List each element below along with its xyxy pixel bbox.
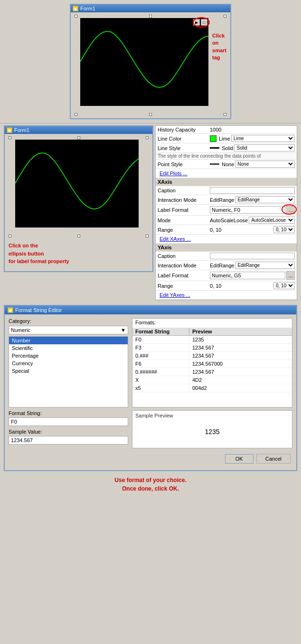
format-row-3[interactable]: F6 1234.567000 [132,360,292,368]
format-string-input[interactable] [11,419,126,425]
linestyle-description: The style of the line connecting the dat… [156,153,297,160]
editor-section: ▣ Format String Editor Category: Numeric… [0,302,301,471]
linestyle-text: Solid [222,145,233,151]
labelformat-text: Numeric, F0 [210,206,285,214]
prop-label-yrange: Range [156,281,208,291]
prop-edit-yaxes: Edit YAxes ... [156,291,297,300]
format-cell-preview-3: 1234.567000 [189,360,292,368]
prop-edit-xaxes: Edit XAxes ... [156,235,297,244]
y-label-6: 6 [73,50,77,55]
format-row-4[interactable]: 0.###### 1234.567 [132,368,292,376]
formats-col-preview: Preview [189,328,292,335]
titlebar-top: ▣ Form1 [71,5,230,12]
prop-label-ylabelformat: Label Format [156,270,208,281]
format-row-5[interactable]: X 4D2 [132,376,292,384]
bottom-text-line1: Use format of your choice. [5,476,296,484]
prop-value-interaction: EditRange EditRange [208,195,297,205]
sample-preview-panel: Sample Preview 1235 [132,410,292,448]
x-label2-0: 0 [15,229,18,234]
category-item-currency[interactable]: Currency [9,360,128,367]
editor-title: Format String Editor [15,307,62,313]
format-row-6[interactable]: x5 004d2 [132,384,292,392]
prop-label-mode: Mode [156,216,208,225]
linecolor-control: Lime Lime [210,135,295,142]
history-capacity-input[interactable] [210,127,295,133]
smart-tag-button[interactable]: ▶ [193,19,200,26]
linestyle-select[interactable]: Solid [234,144,295,152]
format-row-2[interactable]: 0.### 1234.567 [132,352,292,360]
x-label-8: 8 [179,107,181,112]
xaxis-header-row: XAxis [156,178,297,186]
window-title-top: Form1 [80,6,95,11]
format-cell-preview-0: 1235 [189,336,292,343]
formats-panel: Formats: Format String Preview F0 1235 F… [132,318,292,407]
prop-edit-plots: Edit Plots ... [156,169,297,178]
ycaption-input[interactable] [210,253,295,259]
yrange-select[interactable]: 0, 10 [273,282,295,289]
sample-value-field [9,436,128,445]
cancel-button[interactable]: Cancel [256,454,291,464]
x-label2-6: 6 [86,229,89,234]
edit-yaxes-link[interactable]: Edit YAxes ... [158,292,295,298]
ok-button[interactable]: OK [225,454,254,464]
range-select[interactable]: 0, 10 [273,226,295,233]
x-label-4: 4 [130,107,132,112]
category-item-scientific[interactable]: Scientific [9,344,128,352]
format-row-1[interactable]: F3 1234.567 [132,344,292,352]
titlebar-mid: ▣ Form1 [5,126,152,134]
annotation-text-mid: Click on theellipsis buttonfor label for… [9,243,69,264]
sine-chart-mid [15,140,139,227]
prop-mode: Mode AutoScaleLoose AutoScaleLoose [156,216,297,225]
linecolor-swatch [210,135,216,142]
annotation-text-top: Click on smart tag [212,33,226,60]
yinteraction-select[interactable]: EditRange [235,262,295,269]
category-item-percentage[interactable]: Percentage [9,352,128,360]
edit-plots-link[interactable]: Edit Plots ... [158,170,295,177]
mode-select[interactable]: AutoScaleLoose [249,217,295,224]
prop-label-range: Range [156,225,208,235]
prop-label-labelformat: Label Format [156,205,208,216]
formats-label: Formats: [132,319,292,326]
range-control: 0, 10 0, 10 [210,226,295,233]
prop-label-linestyle: Line Style [156,143,208,153]
prop-value-yinteraction: EditRange EditRange [208,261,297,270]
pointstyle-swatch [210,163,219,165]
prop-value-range: 0, 10 0, 10 [208,225,297,235]
category-item-number[interactable]: Number [9,337,128,344]
category-dropdown-value: Numeric [11,327,30,333]
prop-linestyle-desc: The style of the line connecting the dat… [156,153,297,160]
labelformat-ellipsis-button[interactable]: ... [286,206,295,214]
category-dropdown[interactable]: Numeric ▼ [9,326,128,334]
prop-range: Range 0, 10 0, 10 [156,225,297,235]
y-label-10: 10 [73,21,77,26]
sample-preview-label: Sample Preview [135,413,289,418]
section2-left: ▣ Form1 10 8 6 4 2 [4,125,153,300]
y-label-2: 2 [73,80,77,85]
prop-line-color: Line Color Lime Lime [156,134,297,143]
prop-line-style: Line Style Solid Solid [156,143,297,153]
mode-text: AutoScaleLoose [210,218,248,223]
window-body-top: 10 8 6 4 2 0 0 [71,12,230,118]
ok-cancel-row: OK Cancel [9,452,292,466]
category-item-special[interactable]: Special [9,367,128,375]
window-icon-mid: ▣ [7,127,12,133]
edit-xaxes-link[interactable]: Edit XAxes ... [158,236,295,242]
range-text: 0, 10 [210,227,273,233]
sample-preview-inner: Sample Preview 1235 [132,411,292,437]
prop-value-ycaption [208,252,297,261]
y-label-0: 0 [73,95,77,99]
ylabelformat-ellipsis-button[interactable]: ... [286,271,295,280]
format-row-0[interactable]: F0 1235 [132,336,292,344]
yaxis-header: YAxis [156,244,297,252]
format-cell-string-1: F3 [132,344,189,351]
caption-input[interactable] [210,187,295,194]
yrange-control: 0, 10 0, 10 [210,282,295,289]
linecolor-select[interactable]: Lime [231,135,295,142]
edit-plots-cell: Edit Plots ... [156,169,297,178]
interaction-select[interactable]: EditRange [235,196,295,203]
pointstyle-select[interactable]: None [235,161,295,168]
sample-value-input[interactable] [11,437,126,443]
bottom-left-panel: Format String: Sample Value: [9,410,128,448]
interaction-control: EditRange EditRange [210,196,295,203]
resize-button[interactable]: □ [201,19,207,26]
